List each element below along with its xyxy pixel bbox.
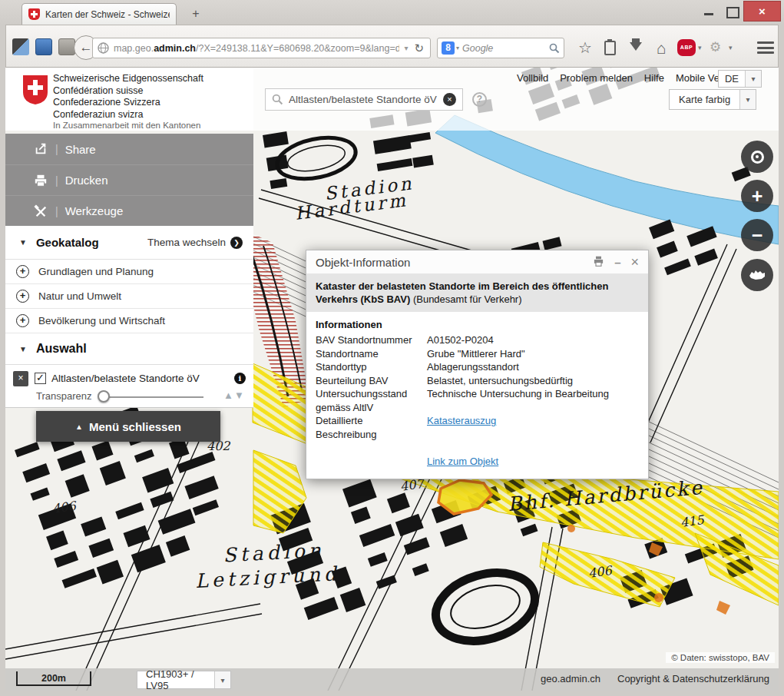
bookmarks-menu-icon[interactable] [604,41,616,55]
search-icon [272,94,283,105]
switzerland-icon [748,269,766,281]
tools-icon [33,204,48,218]
geolocation-button[interactable] [741,141,773,173]
sidebar-item-label: Werkzeuge [65,204,124,217]
sidebar-item-share[interactable]: | Share [5,134,253,164]
adblock-caret-icon[interactable]: ▾ [698,44,702,51]
layer-reorder-arrows[interactable]: ▲▼ [223,389,245,401]
sidebar: | Share | Drucken | Werkzeuge ▼ [5,134,253,408]
map-style-select[interactable]: Karte farbig ▾ [669,89,756,110]
geoadmin-link[interactable]: geo.admin.ch [541,673,600,684]
navigation-toolbar: ← map.geo.admin.ch/?X=249138.11&Y=680698… [5,25,779,68]
web-search-input[interactable] [462,43,549,54]
expand-plus-icon: + [16,290,29,303]
bookmark-star-icon[interactable]: ☆ [575,39,595,58]
info-row: Untersuchungsstand gemäss AltlVTechnisch… [316,387,639,414]
header-links: Vollbild Problem melden Hilfe Mobile Ver… [517,72,741,84]
minimize-icon[interactable]: – [614,257,620,268]
layer-info-icon[interactable]: i [234,373,246,384]
menu-hamburger-icon[interactable] [757,41,774,54]
window-close-button[interactable]: × [743,1,781,22]
toolbar-caret-icon[interactable]: ▾ [729,44,733,51]
map-search-input[interactable] [289,94,443,105]
scale-bar: 200m [16,671,91,686]
titlebar: Karten der Schweiz - Schweize... + × [0,0,784,25]
expand-plus-icon: + [16,265,29,278]
zoom-to-switzerland-button[interactable] [741,259,773,291]
chevron-down-icon: ▾ [739,90,756,109]
projection-select[interactable]: CH1903+ / LV95 ▾ [137,671,231,689]
search-help-icon[interactable]: ? [472,92,487,107]
home-icon[interactable]: ⌂ [651,39,671,58]
informationen-heading: Informationen [316,319,639,330]
new-tab-button[interactable]: + [186,6,206,23]
auswahl-header[interactable]: ▼ Auswahl [5,333,253,364]
triangle-down-icon: ▼ [19,345,27,353]
cooperation-text: In Zusammenarbeit mit den Kantonen [53,121,200,130]
close-icon[interactable]: × [630,255,639,269]
extension-icon-3[interactable] [58,38,75,55]
gear-icon[interactable]: ⚙ [710,39,721,55]
map-search-field[interactable]: × [265,88,463,111]
popup-body: Informationen BAV StandortnummerA01502-P… [306,312,648,479]
link-hilfe[interactable]: Hilfe [644,72,664,84]
popup-layer-subtitle: Kataster der belasteten Standorte im Ber… [306,273,648,312]
popup-titlebar[interactable]: Objekt-Information – × [306,250,648,273]
language-select[interactable]: DE ▾ [718,70,762,88]
remove-layer-button[interactable]: × [13,371,28,386]
info-row: StandortnameGrube "Mittlerer Hard" [316,347,639,361]
popup-title: Objekt-Information [316,256,583,269]
downloads-icon[interactable] [630,42,642,51]
geolocate-icon [751,151,764,164]
chevron-right-icon: ❯ [230,237,243,249]
window-maximize-button[interactable] [720,1,743,21]
layer-checkbox[interactable]: ✓ [35,373,46,384]
category-natur-und-umwelt[interactable]: + Natur und Umwelt [5,284,253,309]
sidebar-item-drucken[interactable]: | Drucken [5,164,253,195]
triangle-up-icon: ▲ [75,423,83,431]
printer-icon [33,174,48,187]
browser-window: Karten der Schweiz - Schweize... + × ← m… [0,0,784,696]
confederation-text: Schweizerische Eidgenossenschaft Confédé… [53,73,203,121]
link-vollbild[interactable]: Vollbild [517,72,548,84]
adblock-icon[interactable]: ABP [677,39,696,56]
sidebar-item-label: Share [65,143,96,156]
browser-tab[interactable]: Karten der Schweiz - Schweize... [22,3,177,25]
tab-title: Karten der Schweiz - Schweize... [45,9,170,20]
url-bar[interactable]: map.geo.admin.ch/?X=249138.11&Y=680698.2… [92,38,431,58]
thema-wechseln-link[interactable]: Thema wechseln ❯ [147,237,243,249]
search-engine-bar[interactable]: 8 ▾ [437,38,564,58]
reload-icon[interactable]: ↻ [412,41,425,55]
geokatalog-header[interactable]: ▼ Geokatalog Thema wechseln ❯ [5,226,253,260]
google-engine-icon[interactable]: 8 [442,41,455,55]
extension-icon-1[interactable] [12,38,29,55]
katasterauszug-link[interactable]: Katasterauszug [427,414,639,441]
close-menu-button[interactable]: ▲ Menü schliessen [36,411,220,442]
transparency-label: Transparenz [36,390,92,402]
search-icon[interactable] [549,43,560,54]
link-problem-melden[interactable]: Problem melden [560,72,633,84]
info-row: Beurteilung BAVBelastet, untersuchungsbe… [316,374,639,388]
engine-caret-icon[interactable]: ▾ [456,45,459,51]
sidebar-item-werkzeuge[interactable]: | Werkzeuge [5,195,253,226]
copyright-link[interactable]: Copyright & Datenschutzerklärung [617,673,769,684]
map-attribution: © Daten: swisstopo, BAV [666,652,775,663]
info-row: BAV StandortnummerA01502-P0204 [316,333,639,347]
clear-search-icon[interactable]: × [443,93,456,106]
category-bevoelkerung-und-wirtschaft[interactable]: + Bevölkerung und Wirtschaft [5,309,253,333]
window-minimize-button[interactable] [697,1,720,21]
chevron-down-icon: ▾ [745,71,761,87]
layer-row: × ✓ Altlasten/belastete Standorte öV i T… [5,364,253,408]
chevron-down-icon: ▾ [214,671,230,688]
zoom-out-button[interactable]: − [741,219,773,251]
category-grundlagen-und-planung[interactable]: + Grundlagen und Planung [5,260,253,284]
url-dropdown-caret[interactable]: ▾ [399,44,412,52]
transparency-slider[interactable] [102,396,203,398]
info-row: Link zum Objekt [316,455,639,469]
zoom-in-button[interactable]: + [741,180,773,212]
expand-plus-icon: + [16,314,29,327]
transparency-slider-handle[interactable] [98,390,110,403]
link-zum-objekt-link[interactable]: Link zum Objekt [427,455,639,469]
extension-icon-2[interactable] [35,38,52,55]
print-icon[interactable] [593,256,604,268]
